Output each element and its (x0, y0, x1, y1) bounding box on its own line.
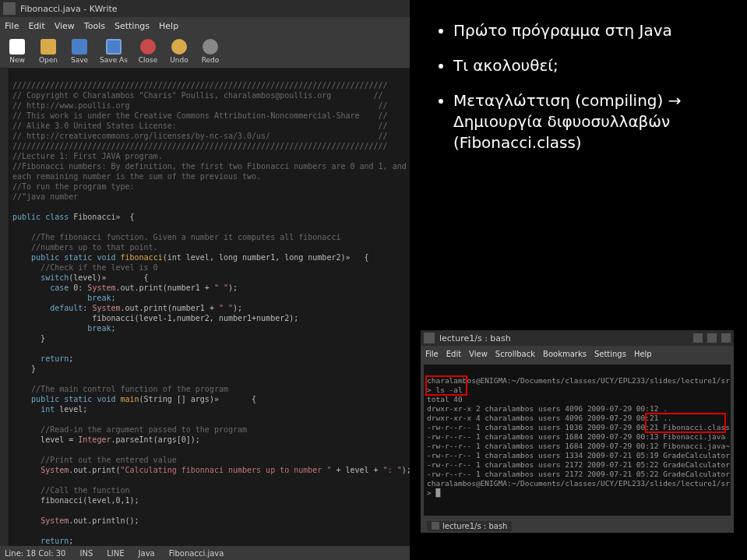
term-menu-view[interactable]: View (469, 350, 488, 358)
status-lang: Java (139, 549, 155, 558)
window-close-icon[interactable] (721, 333, 731, 343)
slide-bullets: Πρώτο πρόγραμμα στη Java Τι ακολουθεί; Μ… (436, 20, 732, 167)
editor-toolbar: New Open Save Save As Close Undo Redo (0, 34, 410, 69)
menu-view[interactable]: View (55, 21, 75, 31)
terminal-body[interactable]: charalambos@ENIGMA:~/Documents/classes/U… (424, 365, 731, 516)
status-ins: INS (79, 549, 93, 558)
term-menu-bookmarks[interactable]: Bookmarks (543, 350, 587, 358)
status-linemode: LINE (107, 549, 124, 558)
toolbar-undo[interactable]: Undo (165, 36, 193, 67)
toolbar-new[interactable]: New (3, 36, 31, 67)
toolbar-redo[interactable]: Redo (196, 36, 224, 67)
terminal-title: lecture1/s : bash (439, 333, 511, 343)
editor-menubar: File Edit View Tools Settings Help (0, 17, 410, 34)
tab-icon (432, 522, 439, 530)
editor-title: Fibonacci.java - KWrite (20, 4, 118, 14)
toolbar-save[interactable]: Save (65, 36, 93, 67)
menu-settings[interactable]: Settings (115, 21, 150, 31)
app-icon (3, 2, 16, 15)
menu-help[interactable]: Help (159, 21, 178, 31)
status-file: Fibonacci.java (169, 549, 224, 558)
terminal-tab[interactable]: lecture1/s : bash (427, 521, 512, 531)
menu-edit[interactable]: Edit (28, 21, 44, 31)
editor-statusbar: Line: 18 Col: 30 INS LINE Java Fibonacci… (0, 546, 410, 560)
terminal-window: lecture1/s : bash File Edit View Scrollb… (421, 330, 734, 533)
term-menu-scrollback[interactable]: Scrollback (495, 350, 535, 358)
code-content[interactable]: ////////////////////////////////////////… (9, 69, 410, 546)
redo-icon (203, 39, 218, 55)
window-min-icon[interactable] (693, 333, 703, 343)
bullet-3: Μεταγλώττιση (compiling) → Δημιουργία δι… (453, 90, 732, 153)
menu-file[interactable]: File (5, 21, 19, 31)
toolbar-saveas[interactable]: Save As (97, 36, 131, 67)
code-editor[interactable]: ////////////////////////////////////////… (0, 69, 410, 546)
bullet-2: Τι ακολουθεί; (453, 55, 732, 76)
saveas-icon (106, 39, 122, 55)
terminal-icon (424, 333, 435, 343)
term-menu-settings[interactable]: Settings (594, 350, 626, 358)
terminal-menubar: File Edit View Scrollback Bookmarks Sett… (421, 346, 734, 361)
open-icon (41, 39, 56, 55)
terminal-titlebar[interactable]: lecture1/s : bash (421, 330, 734, 346)
menu-tools[interactable]: Tools (84, 21, 105, 31)
editor-window: Fibonacci.java - KWrite File Edit View T… (0, 0, 410, 560)
window-max-icon[interactable] (707, 333, 717, 343)
terminal-tabbar: lecture1/s : bash (421, 519, 734, 533)
term-menu-file[interactable]: File (425, 350, 439, 358)
term-menu-edit[interactable]: Edit (446, 350, 461, 358)
save-icon (72, 39, 87, 55)
status-linecol: Line: 18 Col: 30 (5, 549, 65, 558)
term-menu-help[interactable]: Help (634, 350, 652, 358)
toolbar-open[interactable]: Open (34, 36, 62, 67)
editor-titlebar[interactable]: Fibonacci.java - KWrite (0, 0, 410, 17)
bullet-1: Πρώτο πρόγραμμα στη Java (453, 20, 732, 41)
undo-icon (171, 39, 187, 55)
toolbar-close[interactable]: Close (134, 36, 162, 67)
close-icon (140, 39, 156, 55)
new-icon (9, 39, 25, 55)
gutter (0, 69, 9, 546)
